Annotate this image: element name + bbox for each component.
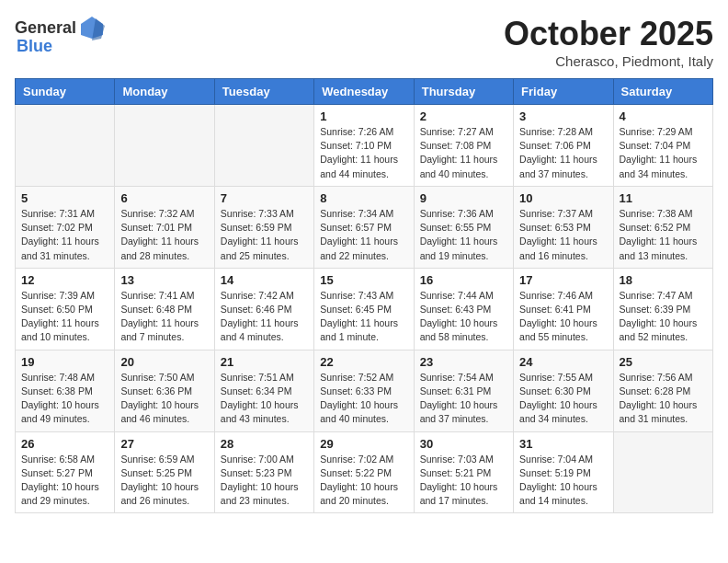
day-detail: Sunrise: 7:31 AM Sunset: 7:02 PM Dayligh…: [21, 207, 108, 263]
day-cell-30: 30Sunrise: 7:03 AM Sunset: 5:21 PM Dayli…: [414, 431, 513, 513]
day-number: 9: [420, 191, 507, 205]
day-number: 21: [221, 355, 308, 369]
logo-icon: [79, 15, 105, 40]
page-header: General Blue October 2025 Cherasco, Pied…: [15, 15, 713, 69]
day-number: 6: [120, 191, 208, 205]
day-number: 30: [420, 437, 507, 451]
day-number: 27: [120, 437, 208, 451]
day-number: 16: [420, 273, 507, 287]
day-cell-17: 17Sunrise: 7:46 AM Sunset: 6:41 PM Dayli…: [514, 268, 613, 350]
day-detail: Sunrise: 7:55 AM Sunset: 6:30 PM Dayligh…: [519, 371, 607, 427]
day-detail: Sunrise: 7:33 AM Sunset: 6:59 PM Dayligh…: [221, 207, 308, 263]
day-detail: Sunrise: 7:29 AM Sunset: 7:04 PM Dayligh…: [620, 125, 707, 181]
empty-cell: [115, 105, 214, 187]
day-cell-25: 25Sunrise: 7:56 AM Sunset: 6:28 PM Dayli…: [613, 350, 712, 431]
day-number: 18: [620, 273, 707, 287]
day-detail: Sunrise: 7:38 AM Sunset: 6:52 PM Dayligh…: [620, 207, 707, 263]
calendar-table: SundayMondayTuesdayWednesdayThursdayFrid…: [15, 78, 713, 513]
day-detail: Sunrise: 7:52 AM Sunset: 6:33 PM Dayligh…: [320, 371, 407, 427]
day-detail: Sunrise: 7:50 AM Sunset: 6:36 PM Dayligh…: [120, 371, 208, 427]
day-detail: Sunrise: 7:00 AM Sunset: 5:23 PM Dayligh…: [221, 453, 308, 509]
day-cell-13: 13Sunrise: 7:41 AM Sunset: 6:48 PM Dayli…: [115, 268, 214, 350]
day-detail: Sunrise: 7:46 AM Sunset: 6:41 PM Dayligh…: [519, 289, 607, 345]
empty-cell: [16, 105, 115, 187]
week-row-4: 19Sunrise: 7:48 AM Sunset: 6:38 PM Dayli…: [16, 350, 713, 431]
day-number: 17: [519, 273, 607, 287]
day-detail: Sunrise: 7:37 AM Sunset: 6:53 PM Dayligh…: [519, 207, 607, 263]
day-number: 24: [519, 355, 607, 369]
day-cell-12: 12Sunrise: 7:39 AM Sunset: 6:50 PM Dayli…: [16, 268, 115, 350]
day-cell-3: 3Sunrise: 7:28 AM Sunset: 7:06 PM Daylig…: [514, 105, 613, 187]
day-cell-27: 27Sunrise: 6:59 AM Sunset: 5:25 PM Dayli…: [115, 431, 214, 513]
day-number: 15: [320, 273, 407, 287]
day-number: 31: [519, 437, 607, 451]
day-number: 4: [620, 109, 707, 123]
week-row-3: 12Sunrise: 7:39 AM Sunset: 6:50 PM Dayli…: [16, 268, 713, 350]
weekday-header-thursday: Thursday: [414, 79, 513, 105]
day-detail: Sunrise: 7:42 AM Sunset: 6:46 PM Dayligh…: [221, 289, 308, 345]
logo: General Blue: [15, 15, 105, 56]
weekday-header-monday: Monday: [115, 79, 214, 105]
day-cell-16: 16Sunrise: 7:44 AM Sunset: 6:43 PM Dayli…: [414, 268, 513, 350]
day-detail: Sunrise: 7:48 AM Sunset: 6:38 PM Dayligh…: [21, 371, 108, 427]
day-cell-26: 26Sunrise: 6:58 AM Sunset: 5:27 PM Dayli…: [16, 431, 115, 513]
day-cell-6: 6Sunrise: 7:32 AM Sunset: 7:01 PM Daylig…: [115, 186, 214, 268]
title-section: October 2025 Cherasco, Piedmont, Italy: [504, 15, 713, 69]
day-cell-20: 20Sunrise: 7:50 AM Sunset: 6:36 PM Dayli…: [115, 350, 214, 431]
day-number: 14: [221, 273, 308, 287]
day-detail: Sunrise: 7:56 AM Sunset: 6:28 PM Dayligh…: [620, 371, 707, 427]
logo-blue: Blue: [17, 37, 52, 56]
day-number: 8: [320, 191, 407, 205]
logo-general: General: [15, 18, 76, 38]
day-number: 20: [120, 355, 208, 369]
day-detail: Sunrise: 7:43 AM Sunset: 6:45 PM Dayligh…: [320, 289, 407, 345]
empty-cell: [214, 105, 313, 187]
day-detail: Sunrise: 7:44 AM Sunset: 6:43 PM Dayligh…: [420, 289, 507, 345]
day-cell-1: 1Sunrise: 7:26 AM Sunset: 7:10 PM Daylig…: [314, 105, 414, 187]
day-number: 26: [21, 437, 108, 451]
day-number: 13: [120, 273, 208, 287]
day-cell-11: 11Sunrise: 7:38 AM Sunset: 6:52 PM Dayli…: [613, 186, 712, 268]
day-detail: Sunrise: 7:04 AM Sunset: 5:19 PM Dayligh…: [519, 453, 607, 509]
day-cell-8: 8Sunrise: 7:34 AM Sunset: 6:57 PM Daylig…: [314, 186, 414, 268]
day-cell-15: 15Sunrise: 7:43 AM Sunset: 6:45 PM Dayli…: [314, 268, 414, 350]
weekday-header-tuesday: Tuesday: [214, 79, 313, 105]
weekday-header-friday: Friday: [514, 79, 613, 105]
weekday-header-saturday: Saturday: [613, 79, 712, 105]
day-number: 28: [221, 437, 308, 451]
day-cell-24: 24Sunrise: 7:55 AM Sunset: 6:30 PM Dayli…: [514, 350, 613, 431]
day-detail: Sunrise: 7:47 AM Sunset: 6:39 PM Dayligh…: [620, 289, 707, 345]
day-number: 3: [519, 109, 607, 123]
day-cell-9: 9Sunrise: 7:36 AM Sunset: 6:55 PM Daylig…: [414, 186, 513, 268]
empty-cell: [613, 431, 712, 513]
day-number: 29: [320, 437, 407, 451]
day-number: 22: [320, 355, 407, 369]
day-number: 2: [420, 109, 507, 123]
day-number: 11: [620, 191, 707, 205]
day-number: 19: [21, 355, 108, 369]
day-cell-23: 23Sunrise: 7:54 AM Sunset: 6:31 PM Dayli…: [414, 350, 513, 431]
day-detail: Sunrise: 7:39 AM Sunset: 6:50 PM Dayligh…: [21, 289, 108, 345]
day-detail: Sunrise: 7:26 AM Sunset: 7:10 PM Dayligh…: [320, 125, 407, 181]
day-detail: Sunrise: 7:32 AM Sunset: 7:01 PM Dayligh…: [120, 207, 208, 263]
day-cell-18: 18Sunrise: 7:47 AM Sunset: 6:39 PM Dayli…: [613, 268, 712, 350]
day-number: 1: [320, 109, 407, 123]
day-cell-22: 22Sunrise: 7:52 AM Sunset: 6:33 PM Dayli…: [314, 350, 414, 431]
day-detail: Sunrise: 7:03 AM Sunset: 5:21 PM Dayligh…: [420, 453, 507, 509]
day-cell-19: 19Sunrise: 7:48 AM Sunset: 6:38 PM Dayli…: [16, 350, 115, 431]
day-cell-2: 2Sunrise: 7:27 AM Sunset: 7:08 PM Daylig…: [414, 105, 513, 187]
week-row-5: 26Sunrise: 6:58 AM Sunset: 5:27 PM Dayli…: [16, 431, 713, 513]
week-row-1: 1Sunrise: 7:26 AM Sunset: 7:10 PM Daylig…: [16, 105, 713, 187]
location: Cherasco, Piedmont, Italy: [504, 53, 713, 69]
day-detail: Sunrise: 7:28 AM Sunset: 7:06 PM Dayligh…: [519, 125, 607, 181]
day-detail: Sunrise: 7:54 AM Sunset: 6:31 PM Dayligh…: [420, 371, 507, 427]
weekday-header-row: SundayMondayTuesdayWednesdayThursdayFrid…: [16, 79, 713, 105]
month-title: October 2025: [504, 15, 713, 53]
day-cell-4: 4Sunrise: 7:29 AM Sunset: 7:04 PM Daylig…: [613, 105, 712, 187]
day-detail: Sunrise: 6:59 AM Sunset: 5:25 PM Dayligh…: [120, 453, 208, 509]
day-cell-5: 5Sunrise: 7:31 AM Sunset: 7:02 PM Daylig…: [16, 186, 115, 268]
day-cell-7: 7Sunrise: 7:33 AM Sunset: 6:59 PM Daylig…: [214, 186, 313, 268]
day-detail: Sunrise: 7:41 AM Sunset: 6:48 PM Dayligh…: [120, 289, 208, 345]
day-detail: Sunrise: 7:34 AM Sunset: 6:57 PM Dayligh…: [320, 207, 407, 263]
day-cell-28: 28Sunrise: 7:00 AM Sunset: 5:23 PM Dayli…: [214, 431, 313, 513]
